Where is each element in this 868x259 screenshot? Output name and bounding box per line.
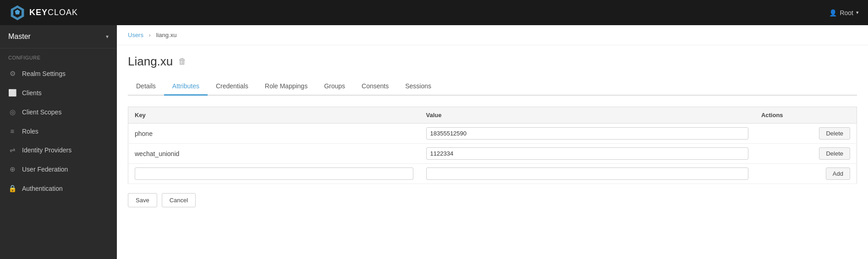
realm-name: Master	[8, 32, 31, 41]
realm-settings-icon: ⚙	[8, 70, 16, 78]
attr-actions-phone: Delete	[755, 124, 857, 144]
table-header-row: Key Value Actions	[128, 107, 857, 124]
delete-phone-button[interactable]: Delete	[819, 127, 850, 140]
cancel-button[interactable]: Cancel	[162, 193, 196, 207]
sidebar-item-label: Client Scopes	[22, 108, 61, 116]
sidebar-item-realm-settings[interactable]: ⚙ Realm Settings	[0, 64, 117, 83]
sidebar-item-identity-providers[interactable]: ⇌ Identity Providers	[0, 140, 117, 160]
col-header-actions: Actions	[755, 107, 857, 124]
logo-text: KEYCLOAK	[29, 8, 78, 17]
save-button[interactable]: Save	[128, 193, 157, 207]
sidebar-item-label: Roles	[22, 128, 38, 135]
configure-label: Configure	[0, 49, 117, 64]
tab-attributes[interactable]: Attributes	[164, 78, 208, 96]
add-attribute-button[interactable]: Add	[826, 167, 850, 180]
user-menu[interactable]: 👤 Root ▾	[829, 9, 859, 16]
logo-area: KEYCLOAK	[9, 5, 78, 21]
page-title-row: Liang.xu 🗑	[128, 54, 857, 69]
main-layout: Master ▾ Configure ⚙ Realm Settings ⬜ Cl…	[0, 25, 868, 259]
sidebar-item-label: User Federation	[22, 166, 68, 173]
tab-details[interactable]: Details	[128, 78, 164, 96]
action-row: Save Cancel	[128, 193, 857, 207]
sidebar-item-label: Clients	[22, 89, 42, 97]
user-federation-icon: ⊕	[8, 165, 16, 173]
sidebar-item-label: Identity Providers	[22, 146, 71, 154]
table-row: wechat_unionid Delete	[128, 144, 857, 164]
tab-credentials[interactable]: Credentials	[208, 78, 257, 96]
top-nav: KEYCLOAK 👤 Root ▾	[0, 0, 868, 25]
breadcrumb-separator: ›	[149, 32, 151, 38]
sidebar-item-label: Authentication	[22, 185, 63, 192]
attr-value-phone-input[interactable]	[426, 127, 748, 140]
sidebar-item-roles[interactable]: ≡ Roles	[0, 122, 117, 140]
table-row: phone Delete	[128, 124, 857, 144]
breadcrumb-current: liang.xu	[156, 32, 177, 38]
breadcrumb: Users › liang.xu	[117, 25, 868, 45]
keycloak-logo-icon	[9, 5, 26, 21]
breadcrumb-parent-link[interactable]: Users	[128, 32, 143, 38]
col-header-value: Value	[420, 107, 755, 124]
new-attr-actions: Add	[755, 164, 857, 184]
col-header-key: Key	[128, 107, 420, 124]
attr-key-wechat: wechat_unionid	[128, 144, 420, 164]
attr-actions-wechat: Delete	[755, 144, 857, 164]
authentication-icon: 🔒	[8, 184, 16, 193]
page-content: Liang.xu 🗑 Details Attributes Credential…	[117, 45, 868, 216]
tab-sessions[interactable]: Sessions	[397, 78, 439, 96]
sidebar-item-user-federation[interactable]: ⊕ User Federation	[0, 160, 117, 179]
delete-user-icon[interactable]: 🗑	[178, 57, 187, 66]
delete-wechat-button[interactable]: Delete	[819, 147, 850, 160]
sidebar-item-label: Realm Settings	[22, 70, 66, 77]
attr-value-phone-cell	[420, 124, 755, 144]
table-row-new: Add	[128, 164, 857, 184]
realm-selector[interactable]: Master ▾	[0, 25, 117, 49]
tab-groups[interactable]: Groups	[316, 78, 353, 96]
clients-icon: ⬜	[8, 89, 16, 97]
sidebar: Master ▾ Configure ⚙ Realm Settings ⬜ Cl…	[0, 25, 117, 259]
attributes-table: Key Value Actions phone Delete	[128, 107, 857, 184]
attr-value-wechat-cell	[420, 144, 755, 164]
realm-chevron-icon: ▾	[106, 33, 109, 40]
roles-icon: ≡	[8, 127, 16, 135]
sidebar-item-authentication[interactable]: 🔒 Authentication	[0, 179, 117, 198]
user-icon: 👤	[829, 9, 837, 16]
tab-role-mappings[interactable]: Role Mappings	[257, 78, 316, 96]
sidebar-item-client-scopes[interactable]: ◎ Client Scopes	[0, 103, 117, 122]
page-title: Liang.xu	[128, 54, 173, 69]
content-area: Users › liang.xu Liang.xu 🗑 Details Attr…	[117, 25, 868, 259]
user-label: Root	[840, 9, 853, 16]
sidebar-item-clients[interactable]: ⬜ Clients	[0, 83, 117, 103]
user-chevron-icon: ▾	[856, 10, 859, 16]
new-attr-key-cell	[128, 164, 420, 184]
new-attr-key-input[interactable]	[135, 167, 413, 180]
identity-providers-icon: ⇌	[8, 146, 16, 154]
tab-consents[interactable]: Consents	[353, 78, 397, 96]
new-attr-value-input[interactable]	[426, 167, 748, 180]
attr-key-phone: phone	[128, 124, 420, 144]
new-attr-value-cell	[420, 164, 755, 184]
tabs: Details Attributes Credentials Role Mapp…	[128, 78, 857, 96]
client-scopes-icon: ◎	[8, 108, 16, 116]
attr-value-wechat-input[interactable]	[426, 147, 748, 160]
